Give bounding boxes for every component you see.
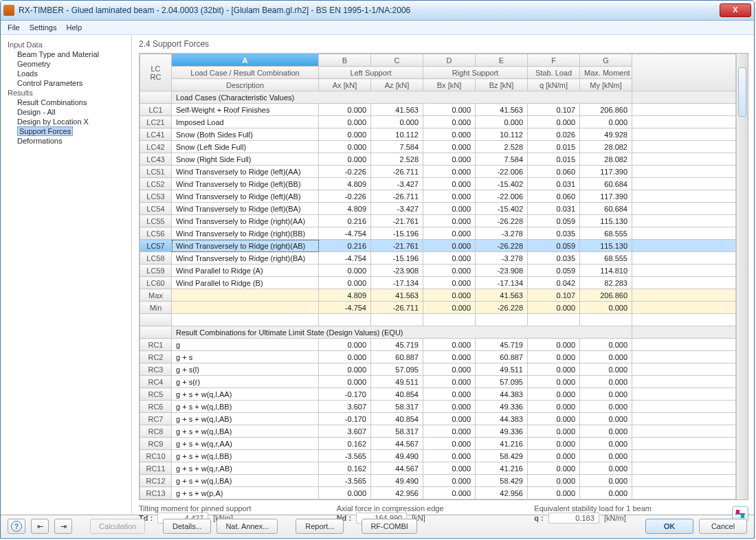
table-row[interactable]: LC41 Snow (Both Sides Full) 0.00010.1120… — [140, 128, 736, 141]
prev-button[interactable]: ⇤ — [31, 519, 49, 534]
cell-value: 0.000 — [423, 388, 476, 401]
cell-value: 0.000 — [423, 166, 476, 178]
table-row[interactable]: LC57 Wind Transversely to Ridge (right)(… — [140, 240, 736, 252]
cell-value: 0.000 — [319, 351, 371, 363]
cell-value: 49.336 — [476, 425, 528, 438]
scrollbar-thumb[interactable] — [738, 67, 746, 117]
table-row[interactable]: LC1 Self-Weight + Roof Finishes 0.00041.… — [140, 104, 736, 116]
cell-value: 45.719 — [476, 339, 528, 351]
details-button[interactable]: Details... — [163, 519, 211, 534]
table-row[interactable]: RC9 g + s + w(q,r,AA) 0.16244.5670.00041… — [140, 438, 736, 450]
nav-control-parameters[interactable]: Control Parameters — [17, 79, 131, 87]
cell-value: 4.809 — [319, 289, 371, 302]
table-row[interactable]: RC4 g + s(r) 0.00049.5110.00057.0950.000… — [140, 376, 736, 388]
row-desc: g + s — [172, 351, 319, 363]
help-button[interactable]: ? — [8, 519, 25, 534]
table-row[interactable]: LC55 Wind Transversely to Ridge (right)(… — [140, 215, 736, 227]
ok-button[interactable]: OK — [645, 519, 693, 534]
nav-design-all[interactable]: Design - All — [17, 108, 131, 116]
col-f[interactable]: F — [528, 54, 580, 67]
hdr-az: Az [kN] — [371, 79, 423, 91]
table-row[interactable]: RC6 g + s + w(q,l,BB) 3.60758.3170.00049… — [140, 401, 736, 413]
cell-value: 0.000 — [528, 388, 580, 401]
app-icon — [3, 5, 14, 16]
cell-value: 44.567 — [371, 462, 423, 475]
table-row[interactable]: RC7 g + s + w(q,l,AB) -0.17040.8540.0004… — [140, 413, 736, 425]
table-row[interactable]: LC56 Wind Transversely to Ridge (right)(… — [140, 227, 736, 240]
nav-loads[interactable]: Loads — [17, 69, 131, 78]
col-a[interactable]: A — [172, 54, 319, 67]
col-c[interactable]: C — [371, 54, 423, 67]
nav-support-forces[interactable]: Support Forces — [17, 127, 131, 135]
cell-value: 0.000 — [528, 363, 580, 376]
cell-value: 60.887 — [371, 351, 423, 363]
menu-help[interactable]: Help — [66, 23, 82, 32]
col-blank — [632, 54, 736, 91]
next-button[interactable]: ⇥ — [54, 519, 72, 534]
nav-beam-type[interactable]: Beam Type and Material — [17, 50, 131, 58]
cell-value: 4.809 — [319, 203, 371, 215]
nav-geometry[interactable]: Geometry — [17, 60, 131, 68]
cell-value: 3.607 — [319, 425, 371, 438]
col-g[interactable]: G — [580, 54, 632, 67]
window-title: RX-TIMBER - Glued laminated beam - 2.04.… — [19, 5, 717, 15]
nav-design-by-location[interactable]: Design by Location X — [17, 117, 131, 126]
cell-value: 0.000 — [580, 413, 632, 425]
vertical-scrollbar[interactable] — [736, 54, 748, 499]
table-row[interactable]: RC13 g + s + w(p,A) 0.00042.9560.00042.9… — [140, 487, 736, 499]
cell-value: 49.490 — [371, 450, 423, 462]
table-row[interactable]: LC53 Wind Transversely to Ridge (left)(A… — [140, 190, 736, 203]
table-row[interactable]: LC52 Wind Transversely to Ridge (left)(B… — [140, 178, 736, 190]
calculation-button[interactable]: Calculation — [90, 519, 145, 534]
cell-value: 0.000 — [580, 425, 632, 438]
titlebar[interactable]: RX-TIMBER - Glued laminated beam - 2.04.… — [1, 1, 754, 21]
table-row[interactable]: RC8 g + s + w(q,l,BA) 3.60758.3170.00049… — [140, 425, 736, 438]
table-row[interactable]: RC5 g + s + w(q,l,AA) -0.17040.8540.0004… — [140, 388, 736, 401]
table-row[interactable]: LC21 Imposed Load 0.0000.0000.0000.0000.… — [140, 116, 736, 128]
col-e[interactable]: E — [476, 54, 528, 67]
cell-value: 28.082 — [580, 153, 632, 166]
table-row[interactable]: LC43 Snow (Right Side Full) 0.0002.5280.… — [140, 153, 736, 166]
col-b[interactable]: B — [319, 54, 371, 67]
cell-value: 0.000 — [528, 302, 580, 314]
table-row[interactable]: LC54 Wind Transversely to Ridge (left)(B… — [140, 203, 736, 215]
cell-value: 0.000 — [580, 487, 632, 499]
col-d[interactable]: D — [423, 54, 476, 67]
cell-value: -23.908 — [371, 265, 423, 277]
row-desc: g + s + w(q,r,AB) — [172, 462, 319, 475]
table-row[interactable]: LC60 Wind Parallel to Ridge (B) 0.000-17… — [140, 277, 736, 289]
table-row[interactable]: RC2 g + s 0.00060.8870.00060.8870.0000.0… — [140, 351, 736, 363]
cell-value: 0.000 — [319, 339, 371, 351]
nav-result-combinations[interactable]: Result Combinations — [17, 98, 131, 106]
table-row[interactable]: LC51 Wind Transversely to Ridge (left)(A… — [140, 166, 736, 178]
table-row[interactable]: RC3 g + s(l) 0.00057.0950.00049.5110.000… — [140, 363, 736, 376]
table-row[interactable]: LC42 Snow (Left Side Full) 0.0007.5840.0… — [140, 141, 736, 153]
table-row[interactable]: RC1 g 0.00045.7190.00045.7190.0000.000 — [140, 339, 736, 351]
table-row[interactable]: RC12 g + s + w(q,l,BA) -3.56549.4900.000… — [140, 475, 736, 487]
rf-combi-button[interactable]: RF-COMBI — [362, 519, 416, 534]
cell-value: 0.000 — [528, 475, 580, 487]
table-row[interactable]: Min -4.754-26.7110.000-26.2280.0000.000 — [140, 302, 736, 314]
cell-value: 44.383 — [476, 413, 528, 425]
row-id: LC60 — [140, 277, 172, 289]
nat-annex-button[interactable]: Nat. Annex... — [216, 519, 278, 534]
cell-value: 0.035 — [528, 252, 580, 265]
cell-value: 0.000 — [528, 438, 580, 450]
close-button[interactable]: X — [720, 3, 751, 17]
nav-deformations[interactable]: Deformations — [17, 137, 131, 145]
menu-file[interactable]: File — [8, 23, 20, 32]
cancel-button[interactable]: Cancel — [699, 519, 747, 534]
results-grid[interactable]: LCRC A B C D E F G Load Case / Result Co… — [139, 53, 748, 500]
row-desc: Self-Weight + Roof Finishes — [172, 104, 319, 116]
table-row[interactable]: Max 4.80941.5630.00041.5630.107206.860 — [140, 289, 736, 302]
table-row[interactable]: LC58 Wind Transversely to Ridge (right)(… — [140, 252, 736, 265]
table-row[interactable]: RC11 g + s + w(q,r,AB) 0.16244.5670.0004… — [140, 462, 736, 475]
cell-value: -26.711 — [371, 302, 423, 314]
table-row[interactable]: LC59 Wind Parallel to Ridge (A) 0.000-23… — [140, 265, 736, 277]
q-value: 0.183 — [548, 513, 599, 524]
cell-value: 82.283 — [580, 277, 632, 289]
table-row[interactable]: RC10 g + s + w(q,l,BB) -3.56549.4900.000… — [140, 450, 736, 462]
row-id: LC43 — [140, 153, 172, 166]
report-button[interactable]: Report... — [296, 519, 344, 534]
menu-settings[interactable]: Settings — [30, 23, 57, 32]
